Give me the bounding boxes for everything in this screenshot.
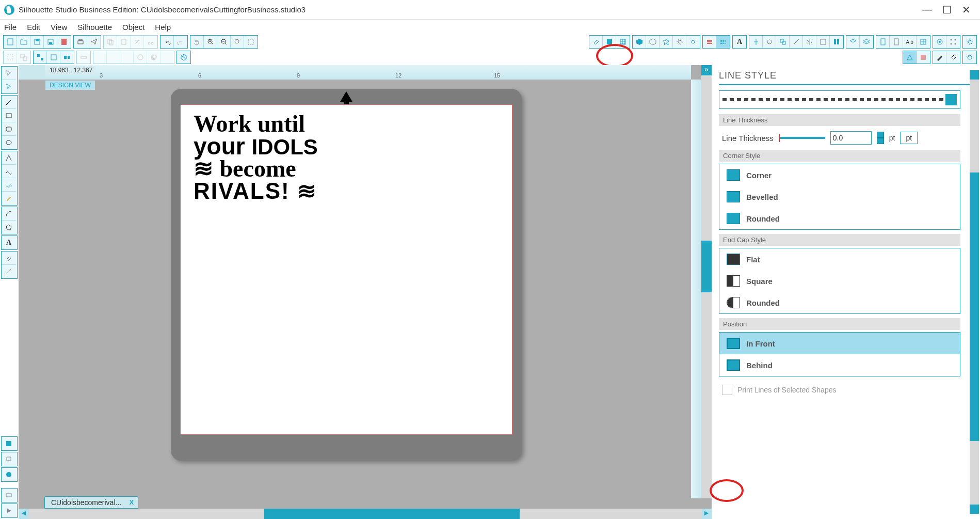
- grid-icon[interactable]: [816, 36, 830, 48]
- eraser-tool[interactable]: [2, 251, 16, 265]
- scale-icon[interactable]: [776, 36, 790, 48]
- brush-icon[interactable]: [933, 51, 946, 64]
- dots-icon[interactable]: [946, 36, 960, 48]
- endcap-option-square[interactable]: Square: [719, 270, 960, 292]
- ellipse-tool[interactable]: [2, 136, 16, 149]
- curve-tool[interactable]: [2, 165, 16, 178]
- horizontal-scrollbar[interactable]: ◄►: [19, 509, 712, 519]
- t2-o5[interactable]: [147, 51, 160, 64]
- menu-help[interactable]: Help: [155, 23, 171, 32]
- t2-sel2[interactable]: [17, 51, 30, 64]
- save-button[interactable]: [30, 36, 44, 48]
- new-file-button[interactable]: [4, 36, 17, 48]
- menu-silhouette[interactable]: Silhouette: [77, 23, 112, 32]
- t2-group2[interactable]: [47, 51, 60, 64]
- paste-button[interactable]: [117, 36, 131, 48]
- thickness-slider[interactable]: [779, 137, 825, 139]
- design-area-tool[interactable]: [2, 437, 16, 450]
- trace1-icon[interactable]: [903, 51, 917, 64]
- trace2-icon[interactable]: [917, 51, 930, 64]
- text-tool[interactable]: A: [2, 236, 16, 249]
- t2-dist[interactable]: [77, 51, 90, 64]
- thickness-input[interactable]: 0.0: [830, 131, 872, 145]
- star-icon[interactable]: [660, 36, 673, 48]
- hand-tool-button[interactable]: [190, 36, 204, 48]
- redo-button[interactable]: [174, 36, 187, 48]
- line-color-button[interactable]: [703, 36, 716, 48]
- refresh-icon[interactable]: [963, 51, 976, 64]
- open-file-button[interactable]: [17, 36, 30, 48]
- poly-tool[interactable]: [2, 151, 16, 165]
- align-icon[interactable]: [749, 36, 763, 48]
- position-option-front[interactable]: In Front: [719, 333, 960, 354]
- rotate-icon[interactable]: [763, 36, 776, 48]
- select-tool[interactable]: [2, 67, 16, 80]
- close-button[interactable]: ✕: [962, 4, 971, 16]
- zoom-selection-button[interactable]: [244, 36, 258, 48]
- send-button[interactable]: [87, 36, 101, 48]
- pattern-icon[interactable]: [830, 36, 843, 48]
- mirror-icon[interactable]: [803, 36, 816, 48]
- page-icon[interactable]: [876, 36, 890, 48]
- zoom-fit-button[interactable]: [231, 36, 244, 48]
- print-button[interactable]: [74, 36, 87, 48]
- grid3-icon[interactable]: [917, 36, 930, 48]
- target-icon[interactable]: [933, 36, 946, 48]
- eraser-icon[interactable]: [589, 36, 603, 48]
- text-tool-button[interactable]: A: [733, 36, 746, 48]
- rect-fill-button[interactable]: [603, 36, 616, 48]
- line-icon[interactable]: [790, 36, 803, 48]
- print-lines-checkbox[interactable]: [722, 385, 732, 395]
- scissors-button[interactable]: [144, 36, 157, 48]
- canvas-viewport[interactable]: Work until your IDOLS ≋ become RIVALS! ≋: [19, 80, 691, 498]
- close-tab-icon[interactable]: X: [130, 498, 134, 506]
- thickness-unit-button[interactable]: pt: [900, 132, 918, 144]
- endcap-option-rounded[interactable]: Rounded: [719, 292, 960, 313]
- ab-icon[interactable]: A b: [903, 36, 917, 48]
- freehand-tool[interactable]: [2, 178, 16, 192]
- menu-file[interactable]: File: [4, 23, 17, 32]
- round-rect-tool[interactable]: [2, 122, 16, 136]
- corner-option-corner[interactable]: Corner: [719, 164, 960, 186]
- menu-view[interactable]: View: [51, 23, 67, 32]
- undo-button[interactable]: [160, 36, 174, 48]
- t2-group1[interactable]: [34, 51, 47, 64]
- thickness-spinner[interactable]: [877, 132, 884, 144]
- line-pattern-dropdown-icon[interactable]: [945, 94, 957, 105]
- maximize-button[interactable]: ☐: [942, 4, 952, 16]
- vertical-scrollbar[interactable]: »: [701, 65, 712, 498]
- t2-cube[interactable]: [177, 51, 190, 64]
- line-style-button[interactable]: [716, 36, 730, 48]
- design-page[interactable]: Work until your IDOLS ≋ become RIVALS! ≋: [180, 104, 512, 435]
- polygon-tool[interactable]: [2, 221, 16, 234]
- layer-icon[interactable]: [846, 36, 860, 48]
- play-tool[interactable]: [2, 504, 16, 517]
- pencil-tool[interactable]: [2, 192, 16, 205]
- t2-o1[interactable]: [93, 51, 107, 64]
- settings-gear-icon[interactable]: [963, 36, 976, 48]
- library-tool[interactable]: [2, 452, 16, 466]
- grid-fill-button[interactable]: [616, 36, 630, 48]
- file-icon-button[interactable]: [57, 36, 71, 48]
- t2-sel1[interactable]: [4, 51, 17, 64]
- page2-icon[interactable]: [890, 36, 903, 48]
- print-lines-checkbox-row[interactable]: Print Lines of Selected Shapes: [719, 381, 960, 399]
- endcap-option-flat[interactable]: Flat: [719, 248, 960, 270]
- save-as-button[interactable]: [44, 36, 57, 48]
- gear-shape-icon[interactable]: [673, 36, 686, 48]
- corner-option-bevelled[interactable]: Bevelled: [719, 186, 960, 208]
- store-tool[interactable]: [2, 468, 16, 481]
- arc-tool[interactable]: [2, 207, 16, 221]
- bucket-icon[interactable]: [946, 51, 960, 64]
- artwork-text[interactable]: Work until your IDOLS ≋ become RIVALS! ≋: [194, 113, 318, 202]
- hexagon-fill-icon[interactable]: [633, 36, 646, 48]
- copy-button[interactable]: [104, 36, 117, 48]
- zoom-in-button[interactable]: [204, 36, 217, 48]
- t2-group3[interactable]: [60, 51, 74, 64]
- cut-button[interactable]: [131, 36, 144, 48]
- bottom-rect-tool[interactable]: [2, 489, 16, 502]
- sun-icon[interactable]: [686, 36, 700, 48]
- hexagon-outline-icon[interactable]: [646, 36, 660, 48]
- edit-points-tool[interactable]: [2, 80, 16, 93]
- t2-o6[interactable]: [160, 51, 174, 64]
